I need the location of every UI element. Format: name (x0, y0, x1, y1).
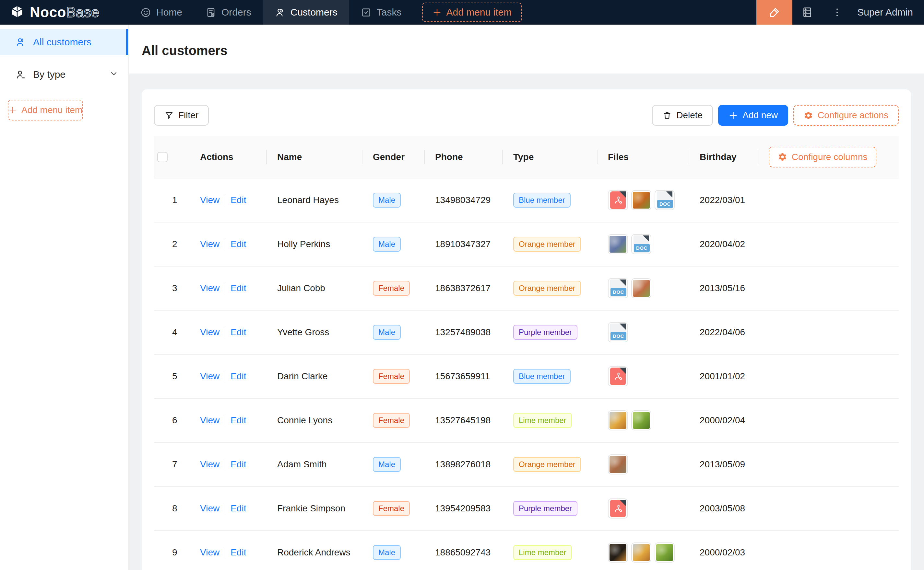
doc-file-icon: DOC (657, 192, 672, 209)
nav-tab-orders[interactable]: Orders (194, 0, 263, 25)
view-link[interactable]: View (200, 459, 220, 469)
type-tag: Purple member (513, 501, 577, 516)
edit-link[interactable]: Edit (231, 239, 246, 249)
nav-tab-label: Orders (221, 7, 251, 18)
gear-icon (804, 111, 813, 120)
nav-tab-home[interactable]: Home (129, 0, 194, 25)
phone-value: 18865092743 (435, 547, 490, 557)
gender-tag: Female (373, 501, 410, 516)
photo-thumbnail-fruit-still[interactable] (608, 410, 628, 431)
top-nav: NocoBase Home Orders Customers Tasks Add (0, 0, 924, 25)
birthday-value: 2001/01/02 (700, 371, 745, 381)
receipt-icon (206, 7, 216, 18)
nav-tab-tasks[interactable]: Tasks (349, 0, 414, 25)
table-row: 2 ViewEdit Holly Perkins Male 1891034732… (154, 222, 899, 266)
doc-file-thumbnail[interactable]: DOC (631, 234, 651, 254)
column-header-phone[interactable]: Phone (425, 136, 503, 178)
nocobase-logo[interactable]: NocoBase (0, 0, 129, 25)
table-row: 9 ViewEdit Roderick Andrews Male 1886509… (154, 530, 899, 570)
photo-image (633, 412, 650, 429)
view-link[interactable]: View (200, 503, 220, 513)
folded-corner (620, 279, 626, 286)
filter-funnel-icon (165, 111, 174, 120)
view-link[interactable]: View (200, 371, 220, 381)
nav-tab-customers[interactable]: Customers (263, 0, 349, 25)
sidebar-item-all-customers[interactable]: All customers (0, 29, 128, 55)
pdf-file-thumbnail[interactable] (608, 366, 628, 386)
type-tag: Orange member (513, 237, 581, 252)
nav-add-menu-item-button[interactable]: Add menu item (422, 3, 522, 22)
column-header-birthday[interactable]: Birthday (689, 136, 758, 178)
type-tag: Blue member (513, 369, 570, 384)
delete-button[interactable]: Delete (652, 105, 713, 126)
phone-value: 13954209583 (435, 503, 490, 513)
pdf-file-thumbnail[interactable] (608, 498, 628, 518)
row-index: 8 (172, 503, 177, 513)
folded-corner (643, 236, 649, 242)
view-link[interactable]: View (200, 415, 220, 425)
pdf-file-thumbnail[interactable] (608, 190, 628, 210)
photo-thumbnail-food-collage[interactable] (608, 454, 628, 475)
app-window: NocoBase Home Orders Customers Tasks Add (0, 0, 924, 570)
column-header-name[interactable]: Name (267, 136, 363, 178)
nav-tab-label: Home (156, 7, 182, 18)
edit-link[interactable]: Edit (231, 459, 246, 469)
configure-actions-button[interactable]: Configure actions (793, 105, 899, 126)
edit-link[interactable]: Edit (231, 503, 246, 513)
doc-file-icon: DOC (633, 236, 649, 253)
user-menu[interactable]: Super Admin (852, 7, 924, 18)
type-tag: Lime member (513, 545, 572, 560)
phone-value: 18910347327 (435, 239, 490, 249)
photo-thumbnail-green-grapes[interactable] (631, 410, 651, 431)
edit-link[interactable]: Edit (231, 371, 246, 381)
view-link[interactable]: View (200, 283, 220, 293)
edit-link[interactable]: Edit (231, 547, 246, 557)
ui-editor-button[interactable] (756, 0, 792, 25)
highlighter-icon (769, 6, 781, 18)
doc-file-icon: DOC (610, 323, 626, 341)
customer-name: Yvette Gross (277, 327, 329, 337)
edit-link[interactable]: Edit (231, 415, 246, 425)
photo-image (609, 236, 626, 253)
files-list: DOC (608, 190, 689, 210)
gender-tag: Male (373, 193, 401, 208)
phone-value: 13498034729 (435, 195, 490, 205)
edit-link[interactable]: Edit (231, 195, 246, 205)
files-list (608, 410, 689, 431)
view-link[interactable]: View (200, 239, 220, 249)
edit-link[interactable]: Edit (231, 283, 246, 293)
sidebar-item-by-type[interactable]: By type (0, 61, 128, 87)
view-link[interactable]: View (200, 327, 220, 337)
link-divider (224, 371, 225, 381)
photo-thumbnail-orange-flowers[interactable] (631, 190, 651, 210)
column-header-actions[interactable]: Actions (190, 136, 267, 178)
doc-file-thumbnail[interactable]: DOC (655, 190, 675, 210)
column-header-gender[interactable]: Gender (363, 136, 425, 178)
column-header-files[interactable]: Files (598, 136, 689, 178)
column-header-type[interactable]: Type (503, 136, 598, 178)
add-new-button[interactable]: Add new (718, 105, 788, 126)
photo-image (609, 544, 626, 561)
more-ellipsis-icon[interactable] (822, 0, 852, 25)
edit-link[interactable]: Edit (231, 327, 246, 337)
doc-file-thumbnail[interactable]: DOC (608, 278, 628, 298)
photo-thumbnail-green-grapes[interactable] (655, 542, 675, 562)
view-link[interactable]: View (200, 547, 220, 557)
doc-file-thumbnail[interactable]: DOC (608, 322, 628, 342)
person-minus-icon (15, 69, 26, 80)
photo-thumbnail-dark-fruit-bowl[interactable] (608, 542, 628, 562)
photo-thumbnail-food-table[interactable] (631, 278, 651, 298)
select-all-checkbox[interactable] (157, 152, 168, 162)
configure-columns-button[interactable]: Configure columns (769, 147, 876, 167)
sidebar-add-menu-item-button[interactable]: Add menu item (8, 100, 83, 121)
page-title: All customers (142, 43, 228, 58)
photo-thumbnail-fruit-still[interactable] (631, 542, 651, 562)
pdf-file-icon (610, 192, 626, 209)
filter-button[interactable]: Filter (154, 105, 209, 126)
birthday-value: 2000/02/03 (700, 547, 745, 557)
photo-thumbnail-blue-grapes[interactable] (608, 234, 628, 254)
gender-tag: Female (373, 281, 410, 296)
collections-server-icon[interactable] (792, 0, 822, 25)
view-link[interactable]: View (200, 195, 220, 205)
sidebar-item-label: By type (33, 69, 66, 80)
